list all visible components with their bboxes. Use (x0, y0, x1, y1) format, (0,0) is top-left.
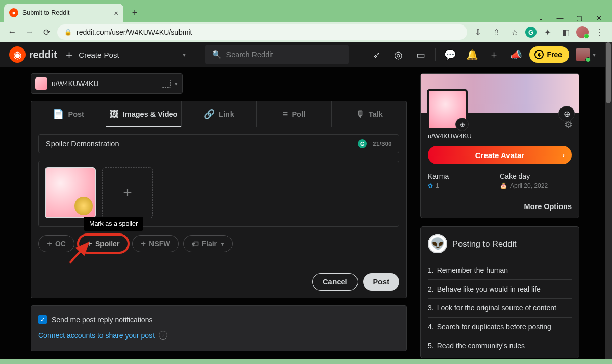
add-avatar-button[interactable]: ⊕ (455, 118, 469, 131)
close-window-icon[interactable]: ✕ (595, 14, 603, 22)
tab-images-video[interactable]: 🖼Images & Video (106, 101, 181, 127)
submit-form: u/W4KUW4KU ▾ 📄Post 🖼Images & Video 🔗Link… (31, 73, 407, 359)
title-input[interactable] (46, 140, 358, 148)
spoiler-tooltip: Mark as a spoiler (84, 217, 143, 231)
reload-button[interactable]: ⟳ (40, 25, 54, 39)
menu-icon[interactable]: ⋮ (592, 24, 607, 40)
create-avatar-button[interactable]: Create Avatar › (428, 146, 572, 164)
flair-tag-button[interactable]: 🏷Flair▾ (183, 235, 233, 252)
snoo-icon: 👽 (428, 234, 447, 253)
install-icon[interactable]: ⇩ (470, 24, 486, 40)
reddit-app: ◉ reddit ＋ Create Post ▾ 🔍 Search Reddit… (0, 42, 605, 359)
new-tab-button[interactable]: + (126, 5, 143, 21)
popular-icon[interactable]: ➶ (368, 46, 385, 63)
extensions-icon[interactable]: ✦ (540, 24, 555, 40)
live-icon[interactable]: ▭ (412, 46, 429, 63)
info-icon[interactable]: i (159, 331, 167, 340)
cancel-button[interactable]: Cancel (312, 273, 358, 291)
uploaded-image-thumb[interactable] (45, 167, 96, 218)
reddit-wordmark: reddit (29, 49, 57, 61)
coin-icon[interactable]: ◎ (390, 46, 407, 63)
address-bar[interactable]: 🔒 reddit.com/user/W4KUW4KU/submit (57, 24, 467, 40)
grammarly-icon[interactable]: G (525, 27, 537, 38)
more-options-link[interactable]: More Options (428, 202, 572, 211)
chevron-down-icon[interactable]: ⌄ (537, 14, 545, 22)
plus-icon: + (141, 239, 146, 249)
snoo-icon: ◉ (9, 46, 26, 63)
chevron-down-icon: ▾ (175, 81, 178, 87)
add-icon[interactable]: ＋ (486, 46, 502, 63)
community-selector[interactable]: u/W4KUW4KU ▾ (31, 73, 183, 94)
chat-icon[interactable]: 💬 (442, 46, 458, 63)
separator (435, 48, 436, 61)
connect-accounts-link[interactable]: Connect accounts to share your post (38, 331, 155, 340)
karma-stat: Karma ✿1 (428, 172, 500, 189)
plus-icon: ＋ (64, 47, 74, 62)
add-banner-button[interactable]: ⊕ (558, 106, 575, 122)
free-coins-button[interactable]: ¢ Free (529, 46, 569, 63)
rules-title: Posting to Reddit (452, 239, 517, 249)
scrollbar-thumb[interactable] (606, 42, 611, 103)
reply-notifications-checkbox[interactable]: ✓ (38, 315, 47, 324)
reddit-header: ◉ reddit ＋ Create Post ▾ 🔍 Search Reddit… (0, 42, 605, 67)
bookmark-icon[interactable]: ☆ (507, 24, 522, 40)
post-title-field[interactable]: G 21/300 (38, 134, 399, 153)
karma-icon: ✿ (428, 182, 433, 189)
profile-username: u/W4KUW4KU (428, 132, 572, 140)
back-button[interactable]: ← (5, 25, 19, 39)
tab-talk[interactable]: 🎙Talk (332, 101, 406, 127)
community-avatar-icon (35, 77, 47, 90)
post-type-tabs: 📄Post 🖼Images & Video 🔗Link ≡Poll 🎙Talk (31, 101, 407, 127)
search-input[interactable]: 🔍 Search Reddit (205, 45, 349, 64)
tag-icon: 🏷 (192, 240, 199, 248)
tab-title: Submit to Reddit (22, 9, 69, 16)
user-avatar-icon (576, 48, 590, 61)
profile-avatar[interactable]: ⊕ (427, 89, 468, 130)
free-label: Free (547, 50, 562, 59)
reddit-logo[interactable]: ◉ reddit (9, 46, 57, 63)
link-icon: 🔗 (203, 109, 215, 120)
chevron-right-icon: › (563, 151, 565, 159)
notifications-icon[interactable]: 🔔 (464, 46, 480, 63)
spoiler-tag-button[interactable]: +Spoiler (79, 235, 128, 252)
grammarly-icon[interactable]: G (358, 139, 367, 148)
nsfw-tag-button[interactable]: +NSFW (132, 235, 178, 252)
post-tags-row: Mark as a spoiler +OC +Spoiler +NSFW 🏷Fl… (38, 235, 399, 252)
posting-rules-card: 👽 Posting to Reddit 1.Remember the human… (420, 226, 579, 358)
cake-icon: 🎂 (500, 182, 507, 189)
post-options-box: ✓ Send me post reply notifications Conne… (31, 305, 407, 351)
minimize-icon[interactable]: — (556, 14, 564, 22)
divider (38, 263, 399, 263)
url-text: reddit.com/user/W4KUW4KU/submit (76, 28, 192, 36)
user-menu[interactable]: ▾ (576, 48, 596, 61)
tab-post[interactable]: 📄Post (31, 101, 106, 127)
add-image-button[interactable]: + (102, 167, 153, 218)
search-icon: 🔍 (212, 50, 221, 59)
rule-item: 2.Behave like you would in real life (428, 279, 572, 298)
forward-button[interactable]: → (22, 25, 37, 39)
reply-notifications-label: Send me post reply notifications (52, 316, 152, 324)
close-tab-icon[interactable]: × (114, 9, 118, 17)
lock-icon: 🔒 (64, 29, 72, 36)
profile-avatar-icon[interactable] (576, 26, 589, 38)
post-button[interactable]: Post (363, 273, 399, 291)
oc-tag-button[interactable]: +OC (38, 235, 74, 252)
create-post-dropdown[interactable]: ＋ Create Post (64, 47, 119, 62)
maximize-icon[interactable]: ▢ (575, 14, 583, 22)
sidepanel-icon[interactable]: ◧ (558, 24, 573, 40)
dashed-icon (162, 80, 171, 88)
tab-poll[interactable]: ≡Poll (257, 101, 332, 127)
create-post-label: Create Post (79, 50, 119, 59)
tab-link[interactable]: 🔗Link (182, 101, 257, 127)
coin-icon: ¢ (534, 50, 544, 59)
chevron-down-icon[interactable]: ▾ (183, 51, 186, 58)
advertise-icon[interactable]: 📣 (507, 46, 524, 63)
browser-tab[interactable]: ● Submit to Reddit × (4, 4, 123, 22)
rule-item: 1.Remember the human (428, 261, 572, 279)
rule-item: 4.Search for duplicates before posting (428, 317, 572, 336)
chevron-down-icon: ▾ (593, 51, 596, 58)
rule-item: 3.Look for the original source of conten… (428, 298, 572, 317)
scrollbar-track[interactable] (605, 42, 612, 359)
share-icon[interactable]: ⇪ (489, 24, 504, 40)
profile-banner: ⊕ ⊕ (421, 74, 579, 113)
